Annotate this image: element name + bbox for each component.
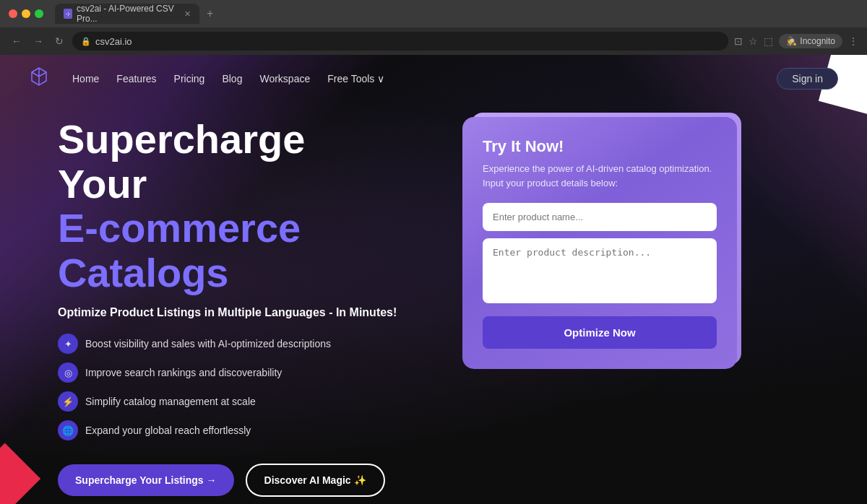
supercharge-listings-button[interactable]: Supercharge Your Listings → xyxy=(58,464,234,496)
feature-item-2: ◎ Improve search rankings and discoverab… xyxy=(58,362,434,383)
security-icon: 🔒 xyxy=(81,37,91,46)
bookmark-icon[interactable]: ☆ xyxy=(749,35,758,47)
nav-workspace[interactable]: Workspace xyxy=(259,73,310,84)
forward-button[interactable]: → xyxy=(30,34,46,48)
nav-free-tools[interactable]: Free Tools ∨ xyxy=(327,73,384,84)
feature-item-1: ✦ Boost visibility and sales with AI-opt… xyxy=(58,334,434,354)
address-bar[interactable]: 🔒 csv2ai.io xyxy=(72,32,728,51)
hero-title: Supercharge Your E-commerce Catalogs xyxy=(58,117,434,295)
hero-section: Supercharge Your E-commerce Catalogs Opt… xyxy=(0,103,867,504)
hero-title-line2: Your xyxy=(58,161,147,207)
new-tab-button[interactable]: + xyxy=(202,7,217,20)
nav-home[interactable]: Home xyxy=(72,73,99,84)
reload-button[interactable]: ↻ xyxy=(52,34,66,48)
try-card-title: Try It Now! xyxy=(483,137,717,156)
back-button[interactable]: ← xyxy=(9,34,25,48)
feature-item-4: 🌐 Expand your global reach effortlessly xyxy=(58,420,434,440)
signin-button[interactable]: Sign in xyxy=(777,68,838,90)
tab-close-button[interactable]: ✕ xyxy=(184,9,191,19)
try-card-container: Try It Now! Experience the power of AI-d… xyxy=(462,117,737,369)
main-nav: Home Features Pricing Blog Workspace Fre… xyxy=(0,55,867,103)
extensions-icon[interactable]: ⬚ xyxy=(764,35,773,47)
close-window-button[interactable] xyxy=(9,9,17,18)
optimize-now-button[interactable]: Optimize Now xyxy=(483,316,717,349)
incognito-label: Incognito xyxy=(800,36,835,46)
feature-text-2: Improve search rankings and discoverabil… xyxy=(85,367,282,378)
tab-favicon: ⊹ xyxy=(64,9,72,19)
hero-subtitle: Optimize Product Listings in Multiple La… xyxy=(58,306,434,319)
page-wrapper: Home Features Pricing Blog Workspace Fre… xyxy=(0,55,867,504)
nav-features[interactable]: Features xyxy=(116,73,156,84)
url-text: csv2ai.io xyxy=(95,36,132,47)
toolbar-right: ⊡ ☆ ⬚ 🕵 Incognito ⋮ xyxy=(734,34,858,48)
menu-button[interactable]: ⋮ xyxy=(848,35,858,47)
product-name-input[interactable] xyxy=(483,203,717,231)
cta-buttons: Supercharge Your Listings → Discover AI … xyxy=(58,464,434,497)
discover-ai-magic-button[interactable]: Discover AI Magic ✨ xyxy=(246,464,385,497)
feature-text-3: Simplify catalog management at scale xyxy=(85,396,256,407)
nav-pricing[interactable]: Pricing xyxy=(174,73,205,84)
cast-icon[interactable]: ⊡ xyxy=(734,35,743,47)
hero-title-accent2: Catalogs xyxy=(58,250,229,295)
tab-bar: ⊹ csv2ai - AI-Powered CSV Pro... ✕ + xyxy=(55,4,858,24)
feature-text-1: Boost visibility and sales with AI-optim… xyxy=(85,338,331,349)
feature-icon-4: 🌐 xyxy=(58,420,78,440)
browser-chrome: ⊹ csv2ai - AI-Powered CSV Pro... ✕ + ← →… xyxy=(0,0,867,55)
feature-item-3: ⚡ Simplify catalog management at scale xyxy=(58,391,434,412)
feature-list: ✦ Boost visibility and sales with AI-opt… xyxy=(58,334,434,440)
hero-title-line1: Supercharge xyxy=(58,116,305,162)
chevron-down-icon: ∨ xyxy=(377,73,384,84)
try-card: Try It Now! Experience the power of AI-d… xyxy=(462,117,737,369)
tab-title: csv2ai - AI-Powered CSV Pro... xyxy=(77,4,180,24)
logo[interactable] xyxy=(29,66,49,91)
feature-icon-3: ⚡ xyxy=(58,391,78,412)
nav-links: Home Features Pricing Blog Workspace Fre… xyxy=(72,73,384,84)
incognito-indicator: 🕵 Incognito xyxy=(779,34,842,48)
feature-text-4: Expand your global reach effortlessly xyxy=(85,425,251,436)
browser-titlebar: ⊹ csv2ai - AI-Powered CSV Pro... ✕ + xyxy=(0,0,867,27)
browser-toolbar: ← → ↻ 🔒 csv2ai.io ⊡ ☆ ⬚ 🕵 Incognito ⋮ xyxy=(0,27,867,55)
page-inner: Home Features Pricing Blog Workspace Fre… xyxy=(0,55,867,504)
feature-icon-2: ◎ xyxy=(58,362,78,383)
traffic-lights xyxy=(9,9,43,18)
maximize-window-button[interactable] xyxy=(35,9,43,18)
hero-content: Supercharge Your E-commerce Catalogs Opt… xyxy=(58,117,434,497)
product-description-input[interactable] xyxy=(483,238,717,303)
active-tab[interactable]: ⊹ csv2ai - AI-Powered CSV Pro... ✕ xyxy=(55,4,199,24)
nav-blog[interactable]: Blog xyxy=(222,73,242,84)
hero-title-accent1: E-commerce xyxy=(58,205,301,251)
minimize-window-button[interactable] xyxy=(22,9,30,18)
try-card-description: Experience the power of AI-driven catalo… xyxy=(483,162,717,190)
incognito-icon: 🕵 xyxy=(786,36,797,46)
feature-icon-1: ✦ xyxy=(58,334,78,354)
